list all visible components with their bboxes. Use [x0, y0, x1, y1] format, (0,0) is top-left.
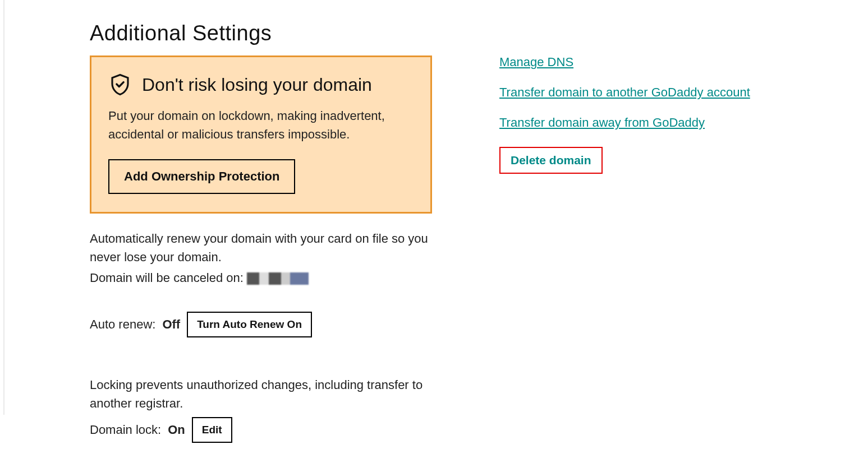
- delete-domain-link[interactable]: Delete domain: [511, 154, 591, 166]
- left-edge-divider: [3, 0, 4, 415]
- ownership-protection-card: Don't risk losing your domain Put your d…: [90, 55, 432, 214]
- warning-description: Put your domain on lockdown, making inad…: [108, 107, 414, 144]
- shield-check-icon: [108, 73, 132, 96]
- autorenew-description: Automatically renew your domain with you…: [90, 229, 432, 266]
- warning-title: Don't risk losing your domain: [142, 75, 372, 95]
- domain-lock-status-value: On: [168, 423, 185, 437]
- domain-lock-section: Locking prevents unauthorized changes, i…: [90, 376, 432, 443]
- cancel-date-value-redacted: [247, 272, 309, 285]
- transfer-away-link[interactable]: Transfer domain away from GoDaddy: [499, 115, 705, 130]
- side-links: Manage DNS Transfer domain to another Go…: [499, 21, 780, 443]
- autorenew-status-label: Auto renew:: [90, 317, 155, 332]
- autorenew-status-value: Off: [162, 317, 180, 332]
- delete-domain-highlight: Delete domain: [499, 147, 603, 174]
- cancel-date-label: Domain will be canceled on:: [90, 271, 244, 285]
- turn-autorenew-on-button[interactable]: Turn Auto Renew On: [187, 312, 312, 337]
- domain-lock-description: Locking prevents unauthorized changes, i…: [90, 376, 432, 413]
- domain-lock-status-label: Domain lock:: [90, 423, 161, 437]
- autorenew-section: Automatically renew your domain with you…: [90, 229, 432, 337]
- cancel-date-row: Domain will be canceled on:: [90, 269, 432, 287]
- add-ownership-protection-button[interactable]: Add Ownership Protection: [108, 159, 295, 194]
- transfer-to-account-link[interactable]: Transfer domain to another GoDaddy accou…: [499, 85, 750, 100]
- edit-domain-lock-button[interactable]: Edit: [192, 417, 232, 443]
- page-title: Additional Settings: [90, 21, 432, 45]
- manage-dns-link[interactable]: Manage DNS: [499, 55, 573, 70]
